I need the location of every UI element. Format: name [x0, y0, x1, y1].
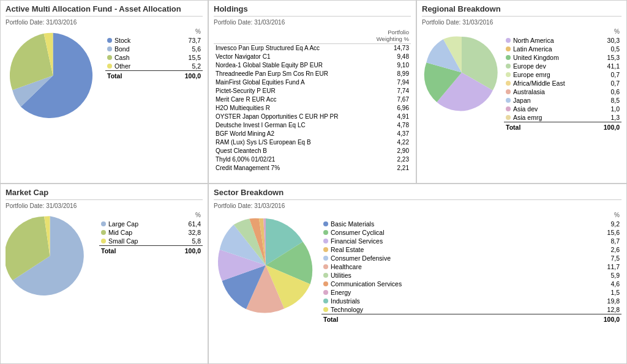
legend-row: Communication Services 4,6 — [321, 280, 621, 288]
legend-label: Asia dev — [504, 105, 591, 113]
legend-label: Energy — [321, 288, 558, 297]
holdings-title: Holdings — [214, 4, 411, 17]
legend-dot — [506, 98, 511, 103]
legend-label: Consumer Cyclical — [321, 228, 558, 237]
market-cap-content: % Large Cap 61,4 Mid Cap 32,8 Small Cap … — [6, 212, 203, 302]
sector-pct-header: % — [321, 212, 621, 218]
regional-panel: Regional Breakdown Portfolio Date: 31/03… — [416, 0, 627, 184]
legend-label-text: Large Cap — [108, 220, 138, 228]
legend-dot — [323, 256, 328, 261]
legend-value: 4,6 — [558, 280, 621, 288]
legend-value: 30,3 — [591, 36, 621, 45]
legend-label: Other — [105, 62, 159, 70]
legend-label: Australasia — [504, 87, 591, 96]
legend-label-text: Other — [115, 62, 130, 70]
holdings-row: Pictet-Security P EUR 7,74 — [214, 87, 411, 95]
legend-dot — [323, 221, 328, 226]
sector-content: % Basic Materials 9,2 Consumer Cyclical … — [214, 212, 621, 324]
holding-value: 9,10 — [367, 61, 411, 70]
legend-row: Financial Services 8,7 — [321, 237, 621, 245]
legend-label-text: Basic Materials — [331, 220, 374, 228]
legend-dot — [506, 72, 511, 77]
legend-row: United Kingdom 15,3 — [504, 53, 621, 62]
holdings-name-header — [214, 28, 367, 43]
legend-dot — [506, 38, 511, 43]
legend-value: 0,7 — [591, 79, 621, 87]
legend-total-label: Total — [99, 246, 167, 256]
holdings-row: OYSTER Japan Opportunities C EUR HP PR 4… — [214, 113, 411, 121]
legend-value: 15,5 — [159, 53, 203, 62]
holding-value: 7,74 — [367, 87, 411, 95]
legend-dot — [506, 64, 511, 69]
holding-value: 4,78 — [367, 121, 411, 130]
holding-name: Nordea-1 Global Stable Equity BP EUR — [214, 61, 367, 70]
legend-dot — [323, 307, 328, 312]
holding-name: Deutsche Invest I German Eq LC — [214, 121, 367, 130]
legend-row: Asia dev 1,0 — [504, 105, 621, 113]
legend-label-text: Bond — [115, 45, 130, 53]
holdings-row: Invesco Pan Eurp Structured Eq A Acc 14,… — [214, 43, 411, 53]
legend-row: Small Cap 5,8 — [99, 237, 203, 246]
legend-label: Mid Cap — [99, 228, 167, 237]
market-cap-table: Large Cap 61,4 Mid Cap 32,8 Small Cap 5,… — [99, 220, 203, 255]
holding-value: 9,48 — [367, 53, 411, 61]
legend-label-text: Energy — [331, 289, 351, 296]
holding-name: Thyld 6,00% 01/02/21 — [214, 155, 367, 164]
legend-label-text: Australasia — [513, 88, 545, 95]
legend-value: 32,8 — [167, 228, 203, 237]
legend-row: Japan 8,5 — [504, 96, 621, 105]
legend-row: Real Estate 2,6 — [321, 245, 621, 254]
legend-value: 15,6 — [558, 228, 621, 237]
legend-row: Basic Materials 9,2 — [321, 220, 621, 228]
legend-row: North America 30,3 — [504, 36, 621, 45]
legend-value: 15,3 — [591, 53, 621, 62]
legend-label-text: Asia emrg — [513, 114, 542, 121]
sector-panel: Sector Breakdown Portfolio Date: 31/03/2… — [208, 184, 627, 364]
legend-value: 2,6 — [558, 245, 621, 254]
asset-allocation-title: Active Multi Allocation Fund - Asset All… — [6, 4, 203, 17]
legend-dot — [506, 106, 511, 111]
legend-row: Industrials 19,8 — [321, 297, 621, 305]
legend-label: Basic Materials — [321, 220, 558, 228]
holding-name: RAM (Lux) Sys L/S European Eq B — [214, 138, 367, 147]
legend-label-text: Stock — [115, 37, 130, 44]
legend-dot — [323, 281, 328, 286]
sector-title: Sector Breakdown — [214, 188, 621, 200]
holding-name: Credit Management 7% — [214, 164, 367, 173]
legend-row: Technology 12,8 — [321, 305, 621, 314]
legend-dot — [323, 273, 328, 278]
legend-total-label: Total — [321, 314, 558, 324]
legend-label: Utilities — [321, 271, 558, 280]
holdings-row: Quest Cleantech B 2,90 — [214, 147, 411, 155]
legend-label-text: Cash — [115, 54, 130, 61]
regional-chart — [422, 28, 501, 118]
legend-total-label: Total — [504, 122, 591, 132]
legend-dot — [101, 239, 106, 243]
holding-value: 2,23 — [367, 155, 411, 164]
holding-name: Pictet-Security P EUR — [214, 87, 367, 95]
asset-allocation-panel: Active Multi Allocation Fund - Asset All… — [0, 0, 208, 184]
legend-dot — [107, 46, 112, 51]
holding-value: 6,96 — [367, 104, 411, 113]
holdings-row: H2O Multiequities R 6,96 — [214, 104, 411, 113]
legend-label-text: United Kingdom — [513, 54, 559, 61]
legend-total-row: Total 100,0 — [504, 122, 621, 132]
regional-table: North America 30,3 Latin America 0,5 Uni… — [504, 36, 621, 132]
holdings-row: Credit Management 7% 2,21 — [214, 164, 411, 173]
legend-label-text: Communication Services — [331, 280, 402, 288]
legend-label-text: Industrials — [331, 297, 360, 305]
sector-chart — [214, 212, 318, 320]
legend-row: Asia emrg 1,3 — [504, 113, 621, 122]
legend-label: Japan — [504, 96, 591, 105]
legend-label-text: Latin America — [513, 45, 552, 53]
holding-name: Vector Navigator C1 — [214, 53, 367, 61]
asset-allocation-date: Portfolio Date: 31/03/2016 — [6, 19, 203, 26]
legend-total-row: Total 100,0 — [105, 71, 203, 81]
legend-value: 0,5 — [591, 45, 621, 53]
legend-label: Healthcare — [321, 262, 558, 271]
holding-name: Threadneedle Pan Eurp Sm Cos Rn EUR — [214, 70, 367, 78]
market-cap-legend: % Large Cap 61,4 Mid Cap 32,8 Small Cap … — [94, 212, 203, 255]
legend-value: 11,7 — [558, 262, 621, 271]
legend-label: Communication Services — [321, 280, 558, 288]
legend-row: Consumer Defensive 7,5 — [321, 254, 621, 262]
